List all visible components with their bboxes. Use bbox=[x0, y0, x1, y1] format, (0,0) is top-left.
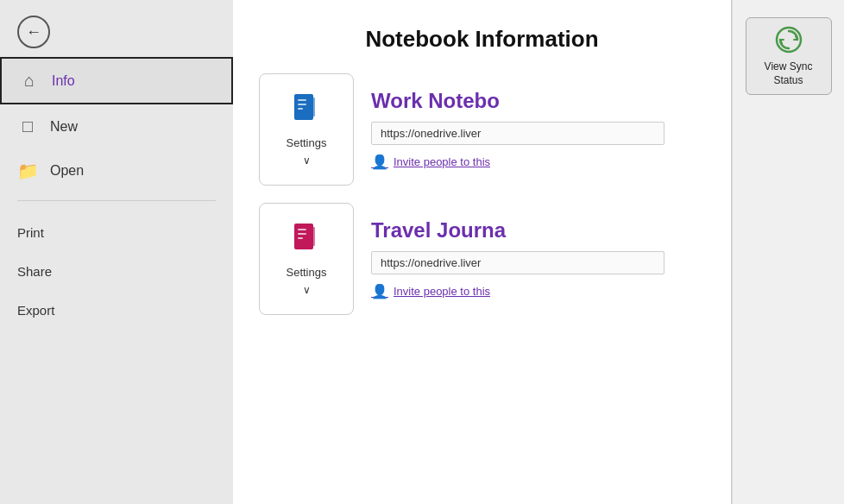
svg-rect-2 bbox=[298, 99, 306, 101]
sidebar-back-area: ← bbox=[0, 0, 233, 57]
home-icon: ⌂ bbox=[19, 71, 40, 91]
svg-rect-6 bbox=[312, 227, 315, 246]
svg-rect-4 bbox=[298, 108, 303, 110]
sidebar-info-label: Info bbox=[52, 73, 75, 89]
svg-rect-1 bbox=[312, 98, 315, 117]
settings-card-travel-label: Settings bbox=[287, 266, 327, 279]
notebook-url-travel[interactable]: https://onedrive.liver bbox=[371, 251, 664, 274]
svg-rect-3 bbox=[298, 104, 306, 105]
notebook-row-work: Settings ∨ Work Notebo https://onedrive.… bbox=[259, 73, 705, 186]
notebook-url-work[interactable]: https://onedrive.liver bbox=[371, 122, 664, 145]
sidebar-item-new[interactable]: □ New bbox=[0, 104, 233, 148]
sidebar-item-info[interactable]: ⌂ Info bbox=[0, 57, 233, 104]
svg-rect-5 bbox=[294, 224, 313, 249]
settings-card-travel[interactable]: Settings ∨ bbox=[259, 203, 354, 315]
sidebar-item-print[interactable]: Print bbox=[0, 213, 233, 252]
svg-rect-9 bbox=[298, 237, 303, 239]
notebook-invite-work[interactable]: 👤 Invite people to this bbox=[371, 154, 664, 170]
notebook-icon-work bbox=[291, 92, 322, 131]
sidebar-item-open[interactable]: 📁 Open bbox=[0, 148, 233, 193]
invite-icon-work: 👤 bbox=[371, 154, 388, 170]
sidebar: ← ⌂ Info □ New 📁 Open Print Share Export bbox=[0, 0, 233, 504]
notebook-list: Settings ∨ Work Notebo https://onedrive.… bbox=[259, 73, 705, 315]
settings-card-work-chevron: ∨ bbox=[303, 154, 311, 167]
back-button[interactable]: ← bbox=[17, 16, 50, 48]
settings-card-work-label: Settings bbox=[287, 136, 327, 149]
sidebar-item-export[interactable]: Export bbox=[0, 291, 233, 330]
invite-icon-travel: 👤 bbox=[371, 283, 388, 299]
sidebar-divider bbox=[17, 200, 216, 201]
view-sync-status-button[interactable]: View SyncStatus bbox=[746, 17, 832, 95]
folder-icon: 📁 bbox=[17, 161, 38, 181]
settings-card-travel-chevron: ∨ bbox=[303, 284, 311, 296]
svg-rect-0 bbox=[294, 94, 313, 120]
notebook-name-travel: Travel Journa bbox=[371, 218, 664, 243]
notebook-icon-travel bbox=[291, 222, 322, 261]
settings-card-work[interactable]: Settings ∨ bbox=[259, 73, 354, 186]
sidebar-new-label: New bbox=[50, 119, 78, 135]
notebook-row-travel: Settings ∨ Travel Journa https://onedriv… bbox=[259, 203, 705, 315]
sidebar-nav-bottom: Print Share Export bbox=[0, 208, 233, 330]
notebook-info-travel: Travel Journa https://onedrive.liver 👤 I… bbox=[371, 218, 705, 299]
main-content: Notebook Information Settings ∨ Wor bbox=[233, 0, 731, 504]
back-arrow-icon: ← bbox=[26, 23, 41, 41]
svg-rect-7 bbox=[298, 229, 306, 230]
notebook-invite-travel-label: Invite people to this bbox=[394, 285, 490, 298]
notebook-info-work: Work Notebo https://onedrive.liver 👤 Inv… bbox=[371, 89, 705, 170]
notebook-name-work: Work Notebo bbox=[371, 89, 664, 113]
sync-icon bbox=[773, 24, 804, 55]
right-panel: View SyncStatus bbox=[732, 0, 844, 504]
page-title: Notebook Information bbox=[259, 26, 705, 53]
notebook-invite-work-label: Invite people to this bbox=[394, 155, 490, 168]
view-sync-label: View SyncStatus bbox=[765, 60, 813, 87]
sidebar-open-label: Open bbox=[50, 163, 84, 179]
sidebar-nav-top: ⌂ Info □ New 📁 Open bbox=[0, 57, 233, 193]
sidebar-item-share[interactable]: Share bbox=[0, 252, 233, 291]
new-doc-icon: □ bbox=[17, 117, 38, 136]
svg-rect-8 bbox=[298, 233, 306, 235]
notebook-invite-travel[interactable]: 👤 Invite people to this bbox=[371, 283, 664, 299]
